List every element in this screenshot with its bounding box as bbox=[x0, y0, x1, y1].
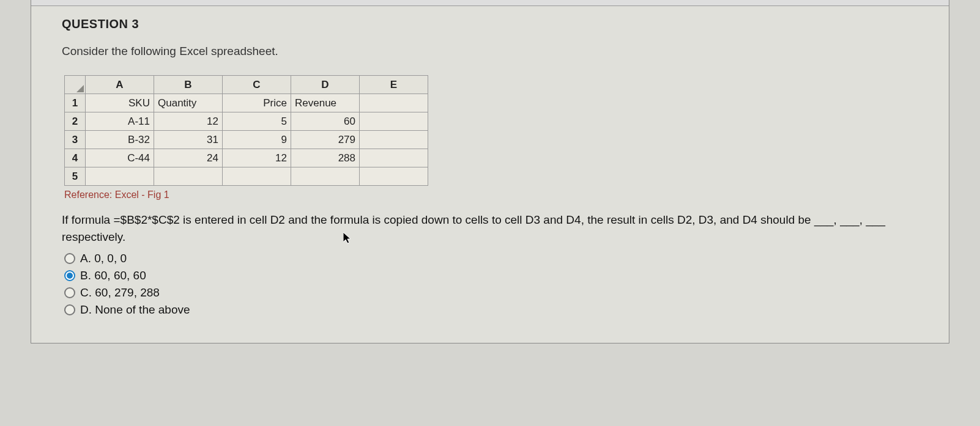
select-all-triangle-icon bbox=[76, 85, 84, 92]
radio-c[interactable] bbox=[64, 287, 75, 298]
cell-A2: A-11 bbox=[86, 112, 154, 131]
cell-A5 bbox=[86, 167, 154, 186]
option-d-label: D. None of the above bbox=[80, 303, 190, 317]
option-b[interactable]: B. 60, 60, 60 bbox=[64, 267, 924, 284]
question-title: QUESTION 3 bbox=[62, 17, 924, 31]
row-header-4: 4 bbox=[65, 149, 86, 167]
question-stem: If formula =$B$2*$C$2 is entered in cell… bbox=[62, 211, 924, 245]
cell-C1: Price bbox=[223, 94, 291, 112]
question-panel: QUESTION 3 Consider the following Excel … bbox=[31, 0, 949, 343]
cell-D5 bbox=[291, 167, 360, 186]
cell-D2: 60 bbox=[291, 112, 360, 131]
cell-B3: 31 bbox=[154, 131, 223, 149]
option-a[interactable]: A. 0, 0, 0 bbox=[64, 250, 924, 267]
stem-pre: If formula bbox=[62, 213, 113, 226]
excel-spreadsheet: A B C D E 1 SKU Quantity Price Revenue 2… bbox=[64, 75, 428, 186]
row-header-1: 1 bbox=[65, 94, 86, 112]
row-header-2: 2 bbox=[65, 112, 86, 131]
row-header-3: 3 bbox=[65, 131, 86, 149]
cell-E2 bbox=[360, 112, 428, 131]
cell-B1: Quantity bbox=[154, 94, 223, 112]
cell-E1 bbox=[360, 94, 428, 112]
option-c[interactable]: C. 60, 279, 288 bbox=[64, 284, 924, 301]
col-header-C: C bbox=[223, 76, 291, 94]
radio-b[interactable] bbox=[64, 270, 75, 281]
radio-d[interactable] bbox=[64, 304, 75, 315]
cell-B4: 24 bbox=[154, 149, 223, 167]
cell-D1: Revenue bbox=[291, 94, 360, 112]
cell-A3: B-32 bbox=[86, 131, 154, 149]
cell-B2: 12 bbox=[154, 112, 223, 131]
cell-C5 bbox=[223, 167, 291, 186]
answer-options: A. 0, 0, 0 B. 60, 60, 60 C. 60, 279, 288… bbox=[64, 250, 924, 318]
column-header-row: A B C D E bbox=[65, 76, 428, 94]
figure-reference: Reference: Excel - Fig 1 bbox=[64, 189, 924, 200]
radio-dot-icon bbox=[67, 273, 73, 279]
cell-C2: 5 bbox=[223, 112, 291, 131]
cell-C4: 12 bbox=[223, 149, 291, 167]
cell-E4 bbox=[360, 149, 428, 167]
cell-D4: 288 bbox=[291, 149, 360, 167]
col-header-A: A bbox=[86, 76, 154, 94]
panel-top-border bbox=[31, 0, 949, 6]
cell-E3 bbox=[360, 131, 428, 149]
stem-post: is entered in cell D2 and the formula is… bbox=[62, 213, 885, 243]
spreadsheet-wrapper: A B C D E 1 SKU Quantity Price Revenue 2… bbox=[64, 75, 924, 186]
cell-C3: 9 bbox=[223, 131, 291, 149]
row-header-5: 5 bbox=[65, 167, 86, 186]
option-b-label: B. 60, 60, 60 bbox=[80, 269, 146, 282]
col-header-D: D bbox=[291, 76, 360, 94]
select-all-corner bbox=[65, 76, 86, 94]
cell-B5 bbox=[154, 167, 223, 186]
option-c-label: C. 60, 279, 288 bbox=[80, 286, 160, 299]
cell-A4: C-44 bbox=[86, 149, 154, 167]
cell-D3: 279 bbox=[291, 131, 360, 149]
svg-marker-0 bbox=[76, 85, 84, 92]
question-content: QUESTION 3 Consider the following Excel … bbox=[31, 6, 949, 325]
question-lead: Consider the following Excel spreadsheet… bbox=[62, 45, 924, 58]
cell-A1: SKU bbox=[86, 94, 154, 112]
col-header-E: E bbox=[360, 76, 428, 94]
table-row: 2 A-11 12 5 60 bbox=[65, 112, 428, 131]
col-header-B: B bbox=[154, 76, 223, 94]
table-row: 4 C-44 24 12 288 bbox=[65, 149, 428, 167]
table-row: 1 SKU Quantity Price Revenue bbox=[65, 94, 428, 112]
table-row: 5 bbox=[65, 167, 428, 186]
stem-formula: =$B$2*$C$2 bbox=[113, 213, 179, 226]
option-a-label: A. 0, 0, 0 bbox=[80, 252, 127, 265]
radio-a[interactable] bbox=[64, 253, 75, 264]
option-d[interactable]: D. None of the above bbox=[64, 301, 924, 318]
table-row: 3 B-32 31 9 279 bbox=[65, 131, 428, 149]
cell-E5 bbox=[360, 167, 428, 186]
